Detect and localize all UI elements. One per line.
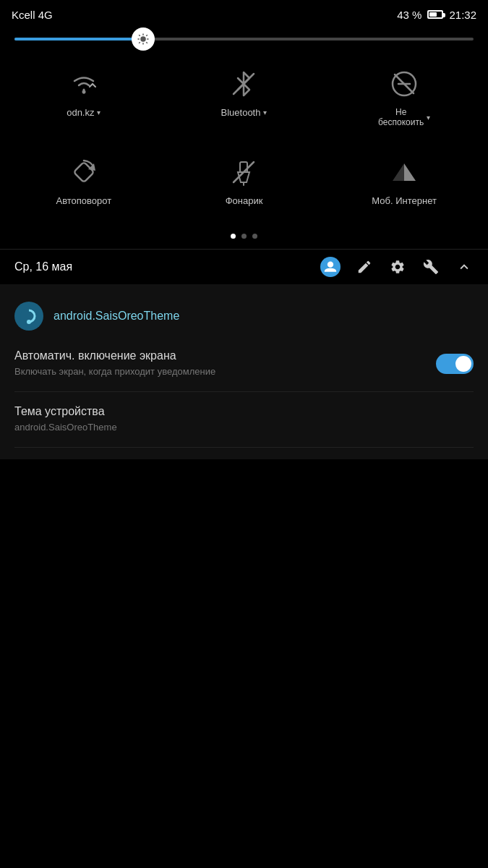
bluetooth-tile-label: Bluetooth ▾ [221,107,267,118]
wifi-dropdown-arrow: ▾ [97,109,100,116]
tile-bluetooth[interactable]: Bluetooth ▾ [168,56,321,137]
tile-wifi[interactable]: odn.kz ▾ [7,56,160,137]
chevron-up-icon [456,259,472,275]
battery-percent: 43 % [397,9,421,21]
status-bar: Kcell 4G 43 % 21:32 [0,0,488,29]
wifi-tile-label: odn.kz ▾ [67,107,100,118]
autorotate-label-text: Автоповорот [56,195,111,206]
battery-icon [427,10,443,19]
autorotate-tile-icon [67,155,101,190]
dnd-dropdown-arrow: ▾ [427,114,430,122]
brightness-slider[interactable] [14,38,474,41]
time-text: 21:32 [449,9,476,21]
brightness-row [0,29,488,49]
flashlight-tile-icon [226,155,261,190]
user-avatar-button[interactable] [320,257,341,277]
dnd-tile-icon [387,67,421,101]
svg-line-7 [146,35,147,36]
dnd-icon [388,68,420,100]
wifi-label-text: odn.kz [67,107,94,118]
dnd-label-text: Небеспокоить [378,107,424,127]
setting-auto-wake-subtitle: Включать экран, когда приходит уведомлен… [14,365,215,378]
flashlight-label-text: Фонарик [226,195,263,206]
sais-app-icon [19,306,39,326]
mobile-data-tile-icon [387,155,421,190]
bottom-bar: Ср, 16 мая [0,249,488,284]
wifi-icon [68,68,100,100]
bluetooth-icon [228,68,260,100]
page-dots [0,224,488,249]
flashlight-tile-label: Фонарик [226,195,263,206]
bluetooth-dropdown-arrow: ▾ [263,109,267,116]
pencil-icon [356,259,372,275]
setting-device-theme-subtitle: android.SaisOreoTheme [14,421,474,434]
svg-marker-20 [404,163,416,181]
flashlight-icon [228,156,260,188]
mobile-data-label-text: Моб. Интернет [372,195,437,206]
tile-autorotate[interactable]: Автоповорот [7,145,160,216]
gear-icon [390,259,406,275]
svg-marker-21 [393,163,404,181]
app-row[interactable]: android.SaisOreoTheme [14,296,474,336]
collapse-button[interactable] [455,258,474,276]
svg-rect-14 [74,162,94,182]
svg-line-5 [139,35,140,36]
setting-auto-wake-content: Автоматич. включение экрана Включать экр… [14,349,215,378]
auto-wake-toggle[interactable] [436,354,474,374]
svg-line-6 [146,42,147,43]
svg-point-23 [328,262,333,268]
brightness-fill [14,38,143,41]
page-dot-2[interactable] [241,234,247,239]
svg-point-0 [140,36,146,42]
carrier-text: Kcell 4G [12,9,53,21]
setting-auto-wake[interactable]: Автоматич. включение экрана Включать экр… [14,336,474,392]
bottom-icons [320,257,474,277]
wifi-tile-icon [67,67,101,101]
setting-auto-wake-title: Автоматич. включение экрана [14,349,215,362]
bottom-date: Ср, 16 мая [14,260,72,273]
tile-dnd[interactable]: Небеспокоить ▾ [328,56,481,137]
setting-auto-wake-row: Автоматич. включение экрана Включать экр… [14,349,474,378]
bluetooth-tile-icon [226,67,261,101]
toggle-knob [455,356,471,372]
mobile-data-icon [388,156,420,188]
tile-flashlight[interactable]: Фонарик [168,145,321,216]
brightness-thumb [132,27,155,51]
setting-device-theme-title: Тема устройства [14,405,474,418]
user-icon [323,260,338,274]
app-icon [14,302,43,331]
settings-panel: android.SaisOreoTheme Автоматич. включен… [0,284,488,459]
settings-button[interactable] [388,258,407,276]
edit-button[interactable] [355,258,374,276]
app-name-text: android.SaisOreoTheme [53,310,179,323]
autorotate-icon [68,156,100,188]
wrench-icon [423,259,439,275]
svg-point-9 [82,90,85,94]
page-dot-3[interactable] [252,234,257,239]
bluetooth-label-text: Bluetooth [221,107,261,118]
tools-button[interactable] [421,258,440,276]
autorotate-tile-label: Автоповорот [56,195,111,206]
status-bar-right: 43 % 21:32 [397,9,476,21]
quick-tiles-grid: odn.kz ▾ Bluetooth ▾ [0,49,488,224]
dnd-tile-label: Небеспокоить ▾ [378,107,430,127]
svg-line-19 [234,162,254,182]
tile-mobile-data[interactable]: Моб. Интернет [328,145,481,216]
mobile-data-tile-label: Моб. Интернет [372,195,437,206]
svg-point-25 [27,320,31,324]
setting-device-theme[interactable]: Тема устройства android.SaisOreoTheme [14,392,474,448]
brightness-icon [137,33,150,46]
svg-line-8 [139,42,140,43]
page-dot-1[interactable] [231,234,236,239]
